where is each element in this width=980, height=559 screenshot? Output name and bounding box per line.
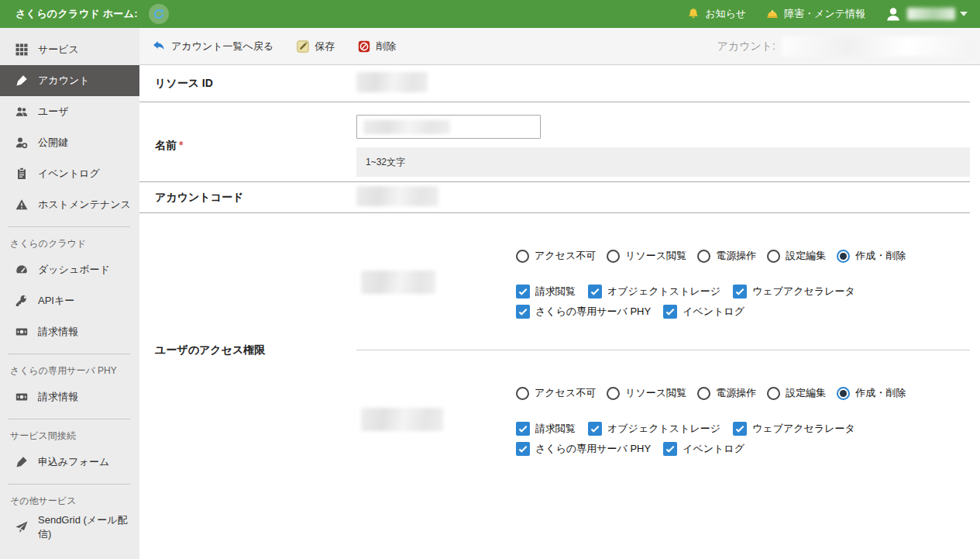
refresh-button[interactable] [149,4,169,24]
notice-label: お知らせ [705,7,746,21]
radio-icon [767,387,780,400]
permission-radio-group: アクセス不可 リソース閲覧 電源操作 [516,386,970,400]
sidebar-item-label: サービス [38,43,79,57]
radio-create-delete[interactable]: 作成・削除 [837,386,906,400]
sidebar-item-application-form[interactable]: 申込みフォーム [0,447,139,478]
delete-button-label: 削除 [376,40,396,53]
sidebar-divider [8,354,130,354]
required-mark: * [179,139,183,151]
sidebar-item-label: アカウント [38,74,90,88]
radio-power-operation[interactable]: 電源操作 [697,386,756,400]
sidebar-section-title: さくらの専用サーバ PHY [0,361,139,381]
account-name-redacted [782,36,974,57]
refresh-icon [153,8,165,20]
checkbox-dedicated-server-phy[interactable]: さくらの専用サーバ PHY [516,442,651,456]
sidebar-section-title: さくらのクラウド [0,233,139,254]
permission-user-name [356,408,516,434]
name-label: 名前* [139,139,356,153]
back-to-account-list-button[interactable]: アカウント一覧へ戻る [152,40,273,53]
checkbox-billing-view[interactable]: 請求閲覧 [516,422,576,436]
radio-settings-edit[interactable]: 設定編集 [767,249,826,263]
account-code-redacted [356,186,438,206]
account-indicator-label: アカウント: [717,40,775,53]
permissions-area: アクセス不可 リソース閲覧 電源操作 [356,213,970,487]
sidebar-item-label: イベントログ [38,167,100,181]
sidebar-item-label: 申込みフォーム [38,455,109,469]
radio-icon [607,387,620,400]
sidebar-item-label: ユーザ [38,105,69,119]
sidebar-item-users[interactable]: ユーザ [0,96,139,127]
sidebar-item-billing[interactable]: 請求情報 [0,316,139,347]
sidebar-item-services[interactable]: サービス [0,34,139,65]
checkbox-checked-icon [588,422,602,436]
radio-no-access[interactable]: アクセス不可 [516,249,596,263]
delete-button[interactable]: 削除 [358,40,396,53]
radio-power-operation[interactable]: 電源操作 [697,249,756,263]
sidebar-item-label: ホストメンテナンス [38,198,131,212]
sidebar-divider [8,484,130,485]
maintenance-label: 障害・メンテ情報 [784,7,865,21]
checkbox-checked-icon [516,422,530,436]
checkbox-web-accelerator[interactable]: ウェブアクセラレータ [733,422,855,436]
topbar: さくらのクラウド ホーム: お知らせ 障害・メンテ [0,0,980,28]
sidebar-item-sendgrid[interactable]: SendGrid (メール配信) [0,512,139,543]
main-panel: アカウント一覧へ戻る 保存 削除 [139,28,980,559]
sidebar-item-public-key[interactable]: 公開鍵 [0,127,139,158]
save-pencil-icon [297,40,309,53]
sidebar: サービス アカウント ユーザ [0,28,139,559]
checkbox-object-storage[interactable]: オブジェクトストレージ [588,285,720,298]
name-input[interactable] [356,115,541,139]
radio-create-delete[interactable]: 作成・削除 [837,249,906,263]
pen-icon [15,456,28,468]
key-icon [15,295,28,307]
radio-resource-view[interactable]: リソース閲覧 [607,249,686,263]
permission-checkbox-group: 請求閲覧 オブジェクトストレージ ウェブアクセラレー [516,285,970,319]
maintenance-link[interactable]: 障害・メンテ情報 [766,7,865,21]
radio-icon [767,250,780,263]
user-name-redacted [361,271,435,294]
user-name-redacted [907,8,955,20]
permission-controls: アクセス不可 リソース閲覧 電源操作 [516,386,970,456]
checkbox-event-log[interactable]: イベントログ [663,305,744,319]
checkbox-dedicated-server-phy[interactable]: さくらの専用サーバ PHY [516,305,651,319]
radio-settings-edit[interactable]: 設定編集 [767,386,826,400]
checkbox-checked-icon [663,442,677,456]
user-name-redacted [361,408,443,431]
user-menu[interactable] [885,6,968,22]
resource-id-redacted [356,72,428,92]
hardhat-icon [766,8,779,20]
checkbox-checked-icon [516,305,530,319]
sidebar-item-dashboard[interactable]: ダッシュボード [0,254,139,285]
checkbox-web-accelerator[interactable]: ウェブアクセラレータ [733,285,855,298]
checkbox-checked-icon [663,305,677,319]
public-key-icon [15,136,28,149]
sidebar-item-account[interactable]: アカウント [0,65,139,96]
bell-icon [687,8,700,20]
account-edit-form: リソース ID 名前* 1~32文字 [139,65,980,559]
sidebar-item-event-log[interactable]: イベントログ [0,158,139,189]
sidebar-item-phy-billing[interactable]: 請求情報 [0,381,139,412]
checkbox-event-log[interactable]: イベントログ [663,442,744,456]
checkbox-checked-icon [733,285,747,298]
sidebar-section-title: その他サービス [0,491,139,512]
send-icon [15,521,28,533]
save-button-label: 保存 [315,40,335,53]
radio-resource-view[interactable]: リソース閲覧 [607,386,686,400]
sidebar-item-api-key[interactable]: APIキー [0,285,139,316]
checkbox-billing-view[interactable]: 請求閲覧 [516,285,576,298]
radio-no-access[interactable]: アクセス不可 [516,386,596,400]
billing-icon [15,391,28,403]
caret-down-icon [960,12,968,16]
save-button[interactable]: 保存 [297,40,335,53]
permission-radio-group: アクセス不可 リソース閲覧 電源操作 [516,249,970,263]
sidebar-item-label: 請求情報 [38,390,78,404]
radio-selected-icon [837,387,850,400]
radio-icon [516,250,529,263]
account-code-label: アカウントコード [139,191,356,205]
dashboard-icon [15,264,28,276]
notice-link[interactable]: お知らせ [687,7,746,21]
grid-icon [15,43,28,56]
back-arrow-icon [152,40,166,53]
checkbox-object-storage[interactable]: オブジェクトストレージ [588,422,720,436]
sidebar-item-host-maintenance[interactable]: ホストメンテナンス [0,189,139,220]
